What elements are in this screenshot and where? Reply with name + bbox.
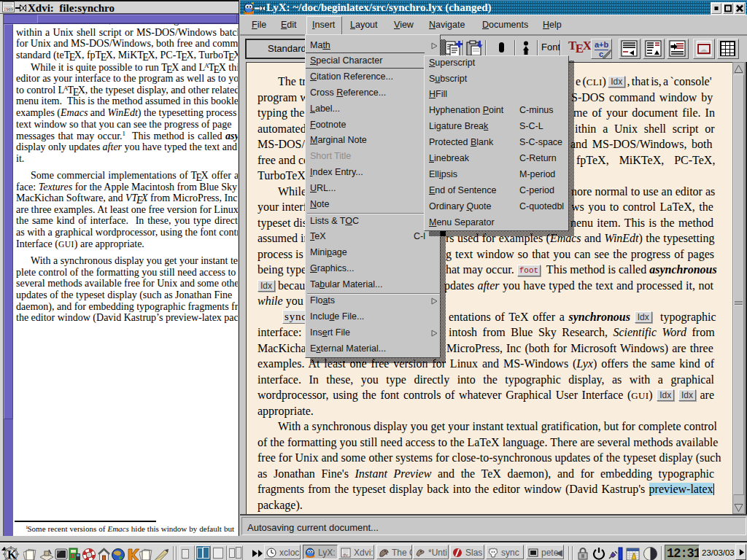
svg-text:K: K bbox=[7, 548, 17, 560]
svg-text:1969: 1969 bbox=[4, 7, 13, 12]
svg-text:dvi: dvi bbox=[343, 553, 349, 557]
